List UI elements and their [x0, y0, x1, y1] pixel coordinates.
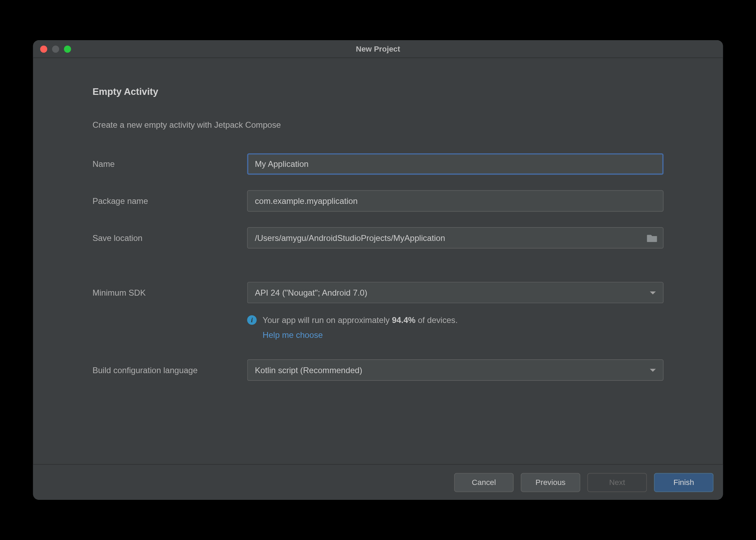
name-input[interactable] — [247, 153, 664, 175]
save-location-input[interactable] — [247, 227, 664, 249]
new-project-dialog: New Project Empty Activity Create a new … — [33, 40, 723, 500]
package-name-input[interactable] — [247, 190, 664, 212]
minimum-sdk-value: API 24 ("Nougat"; Android 7.0) — [255, 288, 367, 298]
maximize-window-button[interactable] — [64, 45, 71, 53]
finish-button[interactable]: Finish — [654, 473, 713, 492]
minimum-sdk-row: Minimum SDK API 24 ("Nougat"; Android 7.… — [92, 282, 663, 303]
help-me-choose-link[interactable]: Help me choose — [262, 329, 458, 341]
minimum-sdk-label: Minimum SDK — [92, 288, 247, 298]
save-location-row: Save location — [92, 227, 663, 249]
info-icon: i — [247, 315, 257, 325]
sdk-info-text: Your app will run on approximately 94.4%… — [262, 314, 458, 341]
package-name-row: Package name — [92, 190, 663, 212]
sdk-info-block: i Your app will run on approximately 94.… — [247, 314, 664, 341]
package-name-label: Package name — [92, 196, 247, 206]
name-row: Name — [92, 153, 663, 175]
chevron-down-icon — [650, 369, 656, 372]
titlebar: New Project — [33, 40, 723, 58]
page-description: Create a new empty activity with Jetpack… — [92, 120, 663, 130]
minimum-sdk-select[interactable]: API 24 ("Nougat"; Android 7.0) — [247, 282, 664, 303]
chevron-down-icon — [650, 291, 656, 294]
page-heading: Empty Activity — [92, 87, 663, 97]
name-label: Name — [92, 159, 247, 169]
minimize-window-button[interactable] — [52, 45, 59, 53]
dialog-footer: Cancel Previous Next Finish — [33, 464, 723, 500]
cancel-button[interactable]: Cancel — [454, 473, 514, 492]
dialog-content: Empty Activity Create a new empty activi… — [33, 58, 723, 464]
close-window-button[interactable] — [40, 45, 47, 53]
build-lang-row: Build configuration language Kotlin scri… — [92, 359, 663, 381]
next-button: Next — [587, 473, 647, 492]
window-controls — [40, 45, 71, 53]
build-lang-value: Kotlin script (Recommended) — [255, 365, 362, 375]
browse-folder-icon[interactable] — [647, 234, 657, 242]
build-lang-label: Build configuration language — [92, 365, 247, 375]
build-lang-select[interactable]: Kotlin script (Recommended) — [247, 359, 664, 381]
save-location-label: Save location — [92, 233, 247, 243]
window-title: New Project — [356, 44, 400, 53]
previous-button[interactable]: Previous — [521, 473, 580, 492]
